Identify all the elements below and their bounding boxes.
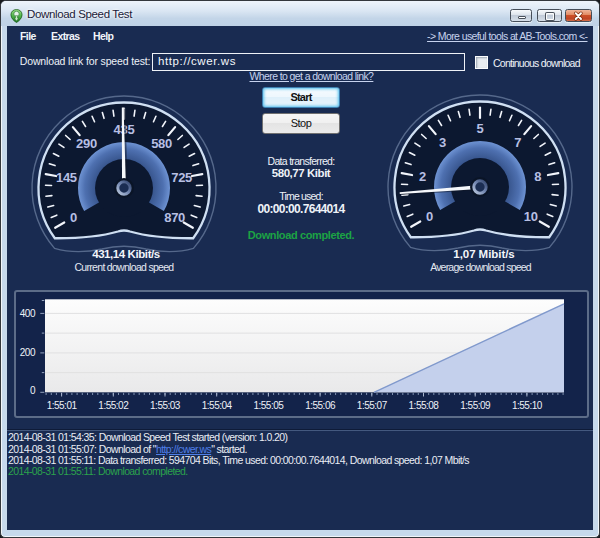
svg-text:1:55:01: 1:55:01 — [47, 400, 78, 411]
svg-text:1:55:07: 1:55:07 — [357, 400, 388, 411]
svg-text:0: 0 — [70, 210, 77, 225]
svg-text:5: 5 — [477, 121, 484, 136]
svg-text:1:55:06: 1:55:06 — [305, 400, 336, 411]
svg-text:2: 2 — [419, 169, 426, 184]
svg-text:7: 7 — [514, 135, 521, 150]
svg-text:0: 0 — [30, 385, 36, 396]
svg-text:1:55:10: 1:55:10 — [512, 400, 543, 411]
svg-text:10: 10 — [524, 209, 538, 224]
svg-text:3: 3 — [439, 135, 446, 150]
svg-text:580: 580 — [151, 136, 172, 151]
svg-text:1:55:02: 1:55:02 — [98, 400, 129, 411]
svg-text:725: 725 — [171, 170, 192, 185]
svg-text:400: 400 — [20, 308, 36, 319]
svg-text:290: 290 — [76, 136, 97, 151]
svg-text:1:55:04: 1:55:04 — [202, 400, 233, 411]
svg-text:200: 200 — [20, 347, 36, 358]
svg-text:8: 8 — [534, 169, 541, 184]
svg-text:0: 0 — [426, 209, 433, 224]
svg-text:1:55:05: 1:55:05 — [253, 400, 284, 411]
svg-text:870: 870 — [164, 210, 185, 225]
svg-text:1:55:03: 1:55:03 — [150, 400, 181, 411]
svg-text:145: 145 — [56, 170, 77, 185]
svg-text:1:55:08: 1:55:08 — [409, 400, 440, 411]
svg-text:1:55:09: 1:55:09 — [460, 400, 491, 411]
